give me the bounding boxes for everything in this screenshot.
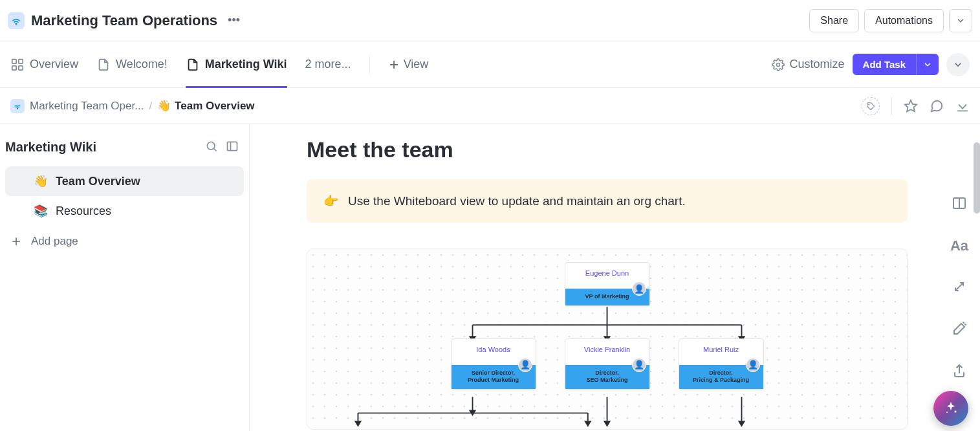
doc-icon — [96, 58, 111, 72]
customize-label: Customize — [790, 58, 845, 71]
comments-button[interactable] — [930, 99, 944, 113]
svg-point-12 — [207, 142, 215, 149]
avatar-icon: 👤 — [632, 282, 646, 296]
rail-text-button[interactable]: Aa — [950, 238, 968, 254]
sidebar-item-resources[interactable]: 📚 Resources — [5, 196, 244, 226]
svg-point-7 — [776, 63, 779, 66]
svg-rect-4 — [19, 65, 23, 69]
top-bar: Marketing Team Operations ••• Share Auto… — [0, 0, 980, 41]
add-view-button[interactable]: View — [388, 58, 429, 71]
sidebar: Marketing Wiki 👋 Team Overview 📚 Resourc… — [0, 124, 250, 431]
breadcrumb-parent[interactable]: Marketing Team Oper... — [30, 100, 144, 113]
ai-fab-button[interactable] — [933, 391, 968, 426]
callout-text: Use the Whiteboard view to update and ma… — [348, 194, 686, 208]
svg-rect-3 — [12, 65, 16, 69]
tab-row: Overview Welcome! Marketing Wiki 2 more.… — [0, 41, 980, 88]
tab-welcome[interactable]: Welcome! — [96, 41, 168, 88]
org-level-1: Eugene Dunn 👤 VP of Marketing — [319, 262, 895, 306]
tab-row-right: Customize Add Task — [772, 53, 970, 76]
add-view-label: View — [404, 58, 429, 71]
org-chart[interactable]: Eugene Dunn 👤 VP of Marketing Ida Woods … — [307, 249, 908, 430]
tab-more[interactable]: 2 more... — [305, 58, 351, 71]
tab-welcome-label: Welcome! — [116, 58, 168, 71]
sidebar-panel-button[interactable] — [226, 140, 239, 155]
gear-icon — [772, 58, 785, 71]
wifi-icon — [10, 99, 25, 113]
more-dots-icon[interactable]: ••• — [224, 11, 244, 30]
sidebar-item-label: Team Overview — [56, 175, 140, 188]
sidebar-item-team-overview[interactable]: 👋 Team Overview — [5, 166, 244, 196]
rail-share-button[interactable] — [952, 363, 967, 381]
rail-ai-button[interactable] — [952, 321, 967, 338]
content-area: Meet the team 👉 Use the Whiteboard view … — [250, 124, 980, 431]
plus-icon — [10, 236, 22, 247]
share-up-icon — [952, 363, 967, 379]
sidebar-search-button[interactable] — [205, 140, 218, 155]
share-button[interactable]: Share — [809, 9, 859, 32]
star-icon — [904, 99, 918, 113]
tab-overview[interactable]: Overview — [10, 41, 78, 88]
tag-icon — [866, 102, 875, 111]
download-icon — [955, 99, 970, 113]
add-page-button[interactable]: Add page — [0, 226, 249, 257]
workspace-title[interactable]: Marketing Team Operations — [31, 12, 217, 29]
scrollbar[interactable] — [974, 142, 980, 214]
org-card-root[interactable]: Eugene Dunn 👤 VP of Marketing — [565, 262, 650, 306]
panel-icon — [952, 195, 967, 211]
doc-icon — [186, 58, 200, 72]
org-card-child[interactable]: Vickie Franklin 👤 Director, SEO Marketin… — [565, 338, 650, 390]
sidebar-header: Marketing Wiki — [0, 135, 249, 166]
rail-arrows-button[interactable] — [952, 279, 967, 296]
svg-point-0 — [16, 23, 17, 24]
org-level-2: Ida Woods 👤 Senior Director, Product Mar… — [319, 338, 895, 390]
arrows-icon — [952, 279, 967, 294]
sparkle-icon — [943, 401, 959, 416]
breadcrumb-row: Marketing Team Oper... / 👋 Team Overview — [0, 88, 980, 124]
books-emoji-icon: 📚 — [34, 204, 48, 218]
search-icon — [205, 140, 218, 153]
breadcrumb-current[interactable]: 👋 Team Overview — [157, 99, 254, 113]
chevron-down-icon — [953, 60, 963, 70]
expand-button[interactable] — [946, 53, 970, 76]
top-bar-left: Marketing Team Operations ••• — [8, 11, 244, 30]
chevron-down-icon — [923, 60, 932, 69]
add-task-group: Add Task — [853, 54, 939, 75]
favorite-button[interactable] — [904, 99, 918, 113]
sidebar-item-label: Resources — [56, 204, 111, 218]
grid-icon — [10, 58, 25, 72]
download-button[interactable] — [955, 99, 970, 113]
wand-icon — [952, 321, 967, 337]
svg-line-13 — [214, 149, 217, 151]
automations-dropdown-button[interactable] — [949, 9, 972, 32]
customize-button[interactable]: Customize — [772, 58, 845, 71]
wave-emoji-icon: 👋 — [34, 174, 48, 188]
svg-marker-10 — [905, 100, 917, 111]
automations-button[interactable]: Automations — [864, 9, 944, 32]
add-task-button[interactable]: Add Task — [853, 54, 916, 75]
panel-icon — [226, 140, 239, 153]
sidebar-title[interactable]: Marketing Wiki — [5, 140, 96, 155]
tab-marketing-wiki[interactable]: Marketing Wiki — [186, 41, 287, 88]
svg-rect-1 — [12, 59, 16, 63]
svg-point-20 — [955, 411, 957, 413]
wifi-icon — [8, 12, 25, 29]
org-card-child[interactable]: Muriel Ruiz 👤 Director, Pricing & Packag… — [679, 338, 764, 390]
content-inner: Meet the team 👉 Use the Whiteboard view … — [250, 124, 964, 430]
org-card-child[interactable]: Ida Woods 👤 Senior Director, Product Mar… — [451, 338, 536, 390]
plus-icon — [388, 59, 400, 71]
tab-row-left: Overview Welcome! Marketing Wiki 2 more.… — [10, 41, 428, 88]
tab-overview-label: Overview — [30, 58, 78, 71]
chat-icon — [930, 99, 944, 113]
svg-point-21 — [946, 412, 948, 413]
avatar-icon: 👤 — [746, 358, 760, 372]
add-task-dropdown-button[interactable] — [916, 54, 939, 75]
tags-button[interactable] — [862, 97, 880, 115]
pointing-emoji-icon: 👉 — [323, 193, 339, 208]
svg-point-8 — [17, 107, 17, 108]
svg-rect-2 — [19, 59, 23, 63]
avatar-icon: 👤 — [518, 358, 532, 372]
add-page-label: Add page — [31, 235, 78, 248]
divider — [891, 97, 892, 115]
callout: 👉 Use the Whiteboard view to update and … — [307, 179, 908, 223]
rail-panel-button[interactable] — [952, 195, 967, 213]
